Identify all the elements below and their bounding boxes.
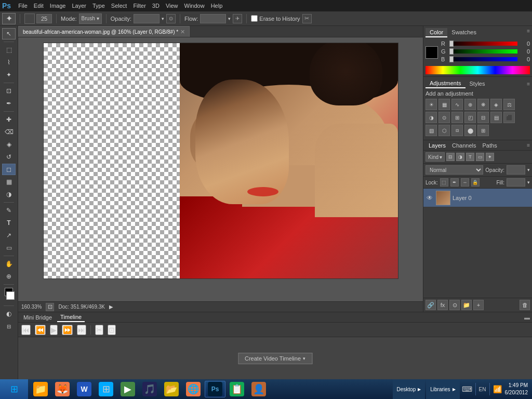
lang-indicator[interactable]: EN: [479, 387, 486, 392]
brightness-adj[interactable]: ☀: [425, 99, 437, 110]
libraries-btn[interactable]: Libraries ▶: [426, 379, 459, 399]
healing-brush-tool[interactable]: [2, 114, 16, 125]
gradient-tool[interactable]: [2, 176, 16, 188]
filter-shape-icon[interactable]: ▭: [476, 153, 484, 161]
timeline-prev-frame[interactable]: ⏪: [35, 325, 46, 335]
clone-stamp-tool[interactable]: [2, 139, 16, 150]
keyboard-icon[interactable]: ⌨: [462, 385, 472, 393]
brush-tool[interactable]: [2, 126, 16, 138]
curves-adj[interactable]: ∿: [451, 99, 463, 110]
swatches-tab[interactable]: Swatches: [447, 28, 481, 37]
eyedropper-tool[interactable]: [2, 98, 16, 109]
filter-kind-dropdown[interactable]: Kind▾: [425, 152, 445, 162]
timeline-go-end[interactable]: ⏭: [77, 325, 86, 335]
filter-adj-icon[interactable]: ◑: [456, 153, 464, 161]
paths-tab[interactable]: Paths: [480, 141, 500, 150]
magic-wand-tool[interactable]: [2, 69, 16, 81]
layer-item-0[interactable]: 👁 Layer 0: [423, 189, 532, 207]
timeline-go-start[interactable]: ⏮: [21, 325, 31, 335]
posterize-adj[interactable]: ▤: [490, 112, 502, 123]
r-slider[interactable]: [449, 42, 517, 46]
layer-link-btn[interactable]: 🔗: [425, 300, 436, 310]
menu-file[interactable]: File: [18, 3, 28, 9]
vibrance-adj[interactable]: ❋: [477, 99, 489, 110]
opacity-down-arrow[interactable]: ▾: [527, 167, 530, 172]
hsl-adj[interactable]: ◈: [490, 99, 502, 110]
channels-tab[interactable]: Channels: [449, 141, 479, 150]
fill-input[interactable]: 100%: [507, 178, 525, 187]
layers-tab[interactable]: Layers: [425, 141, 449, 150]
lock-move[interactable]: ↔: [461, 178, 469, 187]
taskbar-media[interactable]: 🎵: [139, 381, 160, 397]
desktop-btn[interactable]: Desktop ▶: [393, 379, 425, 399]
crop-tool[interactable]: [2, 85, 16, 97]
timeline-track[interactable]: Create Video Timeline ▾: [18, 337, 532, 379]
color-panel-options[interactable]: ≡: [527, 28, 530, 37]
taskbar-word[interactable]: W: [74, 381, 95, 397]
create-video-timeline-btn[interactable]: Create Video Timeline ▾: [238, 353, 312, 364]
invert-adj[interactable]: ⊟: [477, 112, 489, 123]
path-selection-tool[interactable]: [2, 230, 16, 241]
taskbar-folder[interactable]: 📂: [161, 381, 182, 397]
erase-history-checkbox[interactable]: [251, 15, 258, 22]
canvas-wrapper[interactable]: [18, 37, 423, 301]
colorbalance-adj[interactable]: ⚖: [503, 99, 515, 110]
fill-down-arrow[interactable]: ▾: [527, 180, 530, 185]
bw-adj[interactable]: ◑: [425, 112, 437, 123]
new-layer-btn[interactable]: +: [473, 300, 484, 310]
add-mask-btn[interactable]: ⊙: [449, 300, 460, 310]
exposure-adj[interactable]: ⊕: [464, 99, 476, 110]
brush-size-input[interactable]: [36, 14, 52, 23]
colorlookup-adj[interactable]: ◰: [464, 112, 476, 123]
quick-mask-btn[interactable]: [2, 308, 16, 320]
flow-input[interactable]: 100%: [200, 14, 226, 23]
gradient-adj[interactable]: ▧: [425, 125, 437, 136]
taskbar-windows[interactable]: ⊞: [96, 381, 116, 397]
zoom-status-btn[interactable]: ⊡: [46, 303, 54, 311]
menu-select[interactable]: Select: [111, 3, 127, 9]
opacity-arrow[interactable]: ▾: [162, 16, 164, 21]
timeline-split[interactable]: ⊡: [108, 325, 116, 335]
flow-arrow[interactable]: ▾: [228, 16, 231, 21]
opacity-input[interactable]: 100%: [134, 14, 159, 23]
menu-help[interactable]: Help: [211, 3, 223, 9]
marquee-tool[interactable]: [2, 44, 16, 56]
solid-adj[interactable]: ⬤: [464, 125, 476, 136]
timeline-tab[interactable]: Timeline: [57, 312, 85, 322]
shape-tool[interactable]: [2, 242, 16, 254]
timeline-play[interactable]: ▶: [50, 325, 58, 335]
move-tool[interactable]: [2, 28, 16, 39]
timeline-next-frame[interactable]: ⏩: [62, 325, 73, 335]
adj-panel-options[interactable]: ≡: [527, 81, 530, 87]
dodge-tool[interactable]: [2, 189, 16, 200]
zoom-tool[interactable]: [2, 271, 16, 282]
menu-type[interactable]: Type: [92, 3, 105, 9]
mode-dropdown[interactable]: Brush ▾: [79, 14, 102, 24]
taskbar-app10[interactable]: 📋: [227, 381, 247, 397]
menu-layer[interactable]: Layer: [72, 3, 86, 9]
taskbar-firefox2[interactable]: 🌐: [183, 381, 204, 397]
menu-3d[interactable]: 3D: [152, 3, 159, 9]
pen-tool[interactable]: [2, 205, 16, 216]
color-swatch-box[interactable]: [425, 46, 438, 59]
brush-preset-icon[interactable]: ✂: [302, 14, 312, 23]
taskbar-firefox[interactable]: 🦊: [52, 381, 73, 397]
lasso-tool[interactable]: [2, 57, 16, 68]
lock-brush[interactable]: ✒: [450, 178, 459, 187]
new-group-btn[interactable]: 📁: [461, 300, 472, 310]
menu-image[interactable]: Image: [50, 3, 66, 9]
delete-layer-btn[interactable]: 🗑: [520, 300, 530, 310]
taskbar-app5[interactable]: ▶: [117, 381, 138, 397]
eraser-tool-icon[interactable]: ✦: [2, 13, 16, 24]
filter-pixel-icon[interactable]: ⊟: [446, 153, 455, 161]
mini-bridge-tab[interactable]: Mini Bridge: [20, 312, 55, 322]
styles-tab[interactable]: Styles: [466, 79, 489, 88]
layer-visibility-toggle[interactable]: 👁: [425, 194, 434, 202]
start-button[interactable]: ⊞: [0, 379, 28, 399]
channelmixer-adj[interactable]: ⊞: [451, 112, 463, 123]
adjustments-tab[interactable]: Adjustments: [425, 79, 466, 88]
b-slider[interactable]: [449, 57, 517, 61]
lock-all[interactable]: 🔒: [471, 178, 480, 187]
opacity-icon[interactable]: ⊙: [166, 14, 176, 23]
levels-adj[interactable]: ▦: [438, 99, 450, 110]
